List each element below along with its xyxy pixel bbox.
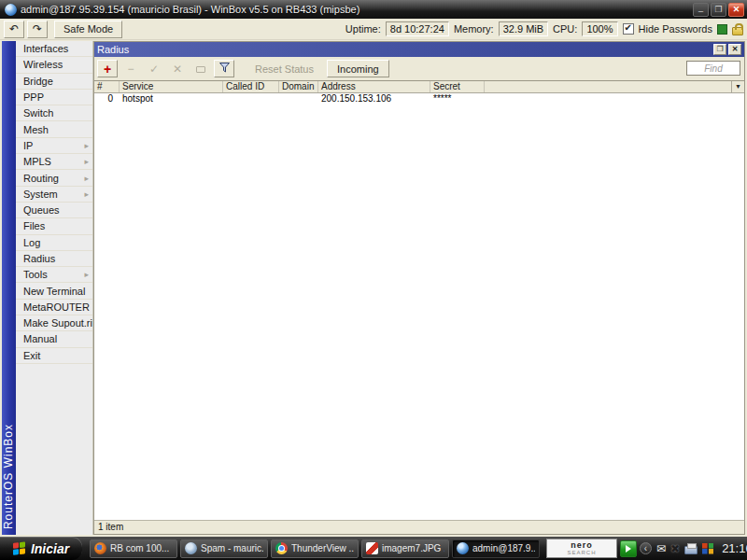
- sidebar-item[interactable]: Files: [16, 218, 92, 234]
- sidebar-item[interactable]: MPLS: [16, 154, 92, 170]
- sidebar-item[interactable]: Queues: [16, 203, 92, 218]
- sidebar-item-label: Make Supout.rif: [23, 317, 93, 329]
- uptime-label: Uptime:: [345, 23, 381, 35]
- radius-restore-button[interactable]: [713, 44, 726, 55]
- column-header-number[interactable]: #: [94, 81, 120, 92]
- sidebar-item[interactable]: Interfaces: [16, 41, 92, 57]
- column-menu-button[interactable]: ▼: [731, 81, 744, 92]
- sidebar-item-label: Mesh: [23, 124, 84, 135]
- sidebar-item[interactable]: Mesh: [16, 121, 92, 137]
- sidebar-item[interactable]: New Terminal: [16, 283, 92, 299]
- item-count-status: 1 item: [94, 520, 744, 534]
- printer-icon[interactable]: [684, 546, 698, 554]
- taskbar-buttons: RB com 100... Spam - mauric... ThunderVi…: [90, 539, 540, 558]
- table-header: # Service Called ID Domain Address Secre…: [94, 81, 744, 93]
- status-indicators: Uptime: 8d 10:27:24 Memory: 32.9 MiB CPU…: [345, 21, 743, 36]
- sidebar-item-label: Wireless: [23, 59, 84, 70]
- submenu-arrow-icon: [84, 157, 89, 166]
- sidebar-item-label: Radius: [23, 253, 84, 264]
- safe-mode-button[interactable]: Safe Mode: [54, 21, 122, 38]
- undo-button[interactable]: ↶: [4, 21, 24, 38]
- mail-icon: [185, 542, 197, 554]
- colored-app-tray-icon[interactable]: [702, 543, 713, 554]
- sidebar-item-label: Exit: [23, 350, 84, 361]
- close-button[interactable]: [728, 3, 744, 17]
- radius-window: Radius + − ✓ ✕ Reset Status Incoming: [93, 41, 745, 535]
- cell-service: hotspot: [120, 93, 223, 105]
- go-arrow-icon: [626, 545, 631, 553]
- minimize-button[interactable]: [693, 3, 709, 17]
- sidebar-item[interactable]: Radius: [16, 251, 92, 267]
- taskbar-item[interactable]: imagem7.JPG ...: [361, 539, 449, 558]
- radius-window-titlebar[interactable]: Radius: [94, 42, 744, 57]
- taskbar-item-label: admin@187.9...: [472, 543, 535, 553]
- column-header-service[interactable]: Service: [120, 81, 223, 92]
- sidebar-item[interactable]: PPP: [16, 90, 92, 105]
- hide-passwords-label: Hide Passwords: [639, 23, 712, 35]
- routeros-brand-strip: RouterOS WinBox: [2, 41, 16, 535]
- disable-button[interactable]: ✕: [167, 60, 188, 77]
- restore-button[interactable]: [711, 3, 726, 17]
- main-area: RouterOS WinBox Interfaces Wireless Brid…: [0, 40, 747, 537]
- screen: admin@187.95.39.154 (mauricio Brasil) - …: [0, 0, 747, 560]
- incoming-button[interactable]: Incoming: [327, 60, 389, 77]
- envelope-icon[interactable]: ✉: [656, 542, 666, 555]
- submenu-arrow-icon: [84, 270, 89, 279]
- start-button-label: Iniciar: [31, 541, 69, 556]
- sidebar-item[interactable]: Make Supout.rif: [16, 315, 92, 331]
- sidebar-item[interactable]: Switch: [16, 105, 92, 121]
- window-title: admin@187.95.39.154 (mauricio Brasil) - …: [21, 4, 693, 15]
- reset-status-button[interactable]: Reset Status: [245, 60, 324, 77]
- sidebar-item[interactable]: Bridge: [16, 74, 92, 90]
- sidebar-item[interactable]: Wireless: [16, 57, 92, 73]
- sidebar-item[interactable]: System: [16, 187, 92, 203]
- nero-logo-subtitle: SEARCH: [567, 550, 596, 555]
- sidebar-item-label: Bridge: [23, 76, 84, 87]
- sidebar-item[interactable]: IP: [16, 138, 92, 154]
- taskbar-item-label: RB com 100...: [110, 543, 169, 553]
- sidebar-item[interactable]: Exit: [16, 348, 92, 364]
- sidebar-item[interactable]: Manual: [16, 331, 92, 347]
- memory-value: 32.9 MiB: [499, 21, 548, 36]
- submenu-arrow-icon: [84, 141, 89, 150]
- submenu-arrow-icon: [84, 189, 89, 199]
- radius-table: # Service Called ID Domain Address Secre…: [94, 80, 744, 534]
- sidebar-item[interactable]: Tools: [16, 267, 92, 283]
- remove-button[interactable]: −: [120, 60, 141, 77]
- taskbar: Iniciar RB com 100... Spam - mauric... T…: [0, 537, 747, 560]
- sidebar-item[interactable]: MetaROUTER: [16, 300, 92, 315]
- sidebar-item[interactable]: Routing: [16, 170, 92, 186]
- column-header-secret[interactable]: Secret: [430, 81, 485, 92]
- radius-close-button[interactable]: [728, 44, 741, 55]
- uptime-value: 8d 10:27:24: [386, 21, 449, 36]
- taskbar-item-label: Spam - mauric...: [201, 543, 263, 553]
- comment-button[interactable]: [190, 60, 211, 77]
- sidebar-item-label: Switch: [23, 107, 84, 119]
- add-button[interactable]: +: [97, 60, 118, 77]
- hide-passwords-checkbox[interactable]: [623, 23, 634, 35]
- filter-button[interactable]: [214, 60, 234, 77]
- nero-search-box[interactable]: nero SEARCH: [546, 539, 617, 558]
- start-button[interactable]: Iniciar: [0, 537, 82, 560]
- column-header-called-id[interactable]: Called ID: [223, 81, 279, 92]
- nero-go-button[interactable]: [620, 540, 637, 557]
- taskbar-clock: 21:16: [722, 541, 747, 555]
- find-input[interactable]: [686, 61, 740, 76]
- sidebar-item-label: Queues: [23, 204, 84, 216]
- taskbar-item[interactable]: Spam - mauric...: [180, 539, 268, 558]
- redo-button[interactable]: ↷: [27, 21, 48, 38]
- tray-collapse-chevron-icon[interactable]: ‹: [640, 542, 652, 554]
- sidebar-item-label: MetaROUTER: [23, 301, 90, 313]
- column-header-domain[interactable]: Domain: [279, 81, 318, 92]
- taskbar-item[interactable]: RB com 100...: [90, 539, 177, 558]
- enable-button[interactable]: ✓: [144, 60, 164, 77]
- table-row[interactable]: 0 hotspot 200.150.153.106 *****: [94, 93, 744, 105]
- filter-funnel-icon: [219, 63, 230, 73]
- memory-label: Memory:: [454, 23, 494, 35]
- sidebar-item[interactable]: Log: [16, 235, 92, 251]
- comment-icon: [196, 66, 205, 73]
- taskbar-item[interactable]: ThunderView ...: [271, 539, 359, 558]
- column-header-address[interactable]: Address: [318, 81, 430, 92]
- x-shape-tray-icon[interactable]: ✖: [670, 542, 680, 555]
- taskbar-item[interactable]: admin@187.9...: [452, 539, 540, 558]
